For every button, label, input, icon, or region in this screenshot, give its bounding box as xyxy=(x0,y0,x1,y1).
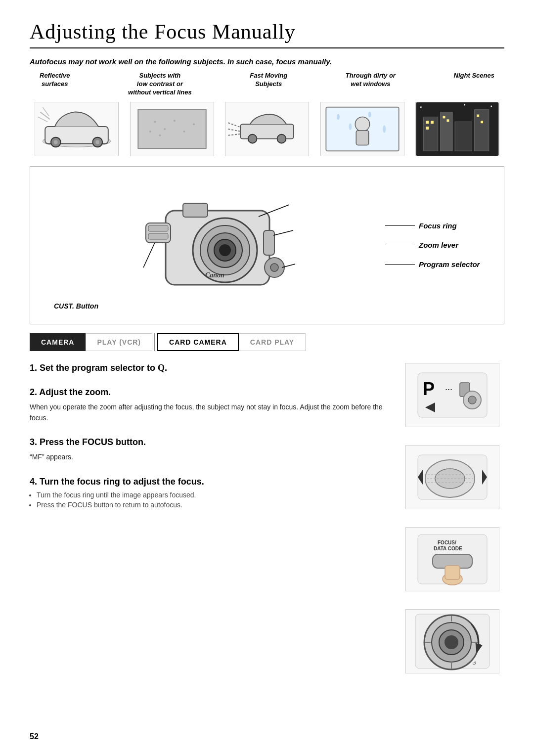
steps-left: 1. Set the program selector to Q. 2. Adj… xyxy=(30,363,391,681)
page-title: Adjusting the Focus Manually xyxy=(30,20,504,44)
step-2-image xyxy=(405,445,499,509)
step-3-svg: FOCUS/ DATA CODE xyxy=(413,532,492,586)
mode-buttons-row: CAMERA PLAY (VCR) CARD CAMERA CARD PLAY xyxy=(30,333,504,351)
illustration-night xyxy=(415,102,499,156)
night-svg xyxy=(416,102,499,156)
svg-point-24 xyxy=(336,114,339,120)
svg-text:Canon: Canon xyxy=(205,271,224,279)
step-1-svg: P ... xyxy=(413,368,492,422)
svg-point-89 xyxy=(445,635,458,649)
svg-point-27 xyxy=(383,125,386,133)
svg-rect-9 xyxy=(138,109,206,148)
svg-text:DATA CODE: DATA CODE xyxy=(434,546,462,551)
svg-point-26 xyxy=(368,111,371,117)
step-2-svg xyxy=(413,450,492,504)
camera-mode-button[interactable]: CAMERA xyxy=(30,333,86,351)
svg-point-16 xyxy=(149,131,151,133)
card-camera-mode-button[interactable]: CARD CAMERA xyxy=(157,333,239,351)
step-4-sub-1: Turn the focus ring until the image appe… xyxy=(37,491,391,499)
illustration-fast-car xyxy=(225,102,309,156)
svg-rect-84 xyxy=(445,566,460,579)
svg-rect-40 xyxy=(446,119,449,122)
svg-point-14 xyxy=(159,134,161,136)
autofocus-warning: Autofocus may not work well on the follo… xyxy=(30,57,504,66)
fast-car-svg xyxy=(225,102,309,156)
subject-label-fast: Fast MovingSubjects xyxy=(250,72,287,97)
step-3-image: FOCUS/ DATA CODE xyxy=(405,527,499,591)
subjects-labels-row: Reflectivesurfaces Subjects withlow cont… xyxy=(30,72,504,97)
program-selector-text: Program selector xyxy=(419,260,480,268)
camera-diagram-inner: CUST. Button Canon xyxy=(40,181,494,310)
illustration-car xyxy=(35,102,119,156)
svg-rect-37 xyxy=(431,121,434,124)
car-svg xyxy=(35,102,118,156)
subject-label-reflective: Reflectivesurfaces xyxy=(40,72,70,97)
step-4-title: 4. Turn the focus ring to adjust the foc… xyxy=(30,477,391,487)
step-4-sub-list: Turn the focus ring until the image appe… xyxy=(30,491,391,509)
svg-text:↺: ↺ xyxy=(472,661,476,666)
svg-rect-59 xyxy=(148,233,168,239)
svg-point-70 xyxy=(468,396,476,404)
svg-point-10 xyxy=(154,121,156,123)
svg-rect-39 xyxy=(443,116,445,118)
step-2-desc: When you operate the zoom after adjustin… xyxy=(30,401,391,424)
step-4: 4. Turn the focus ring to adjust the foc… xyxy=(30,477,391,509)
camera-main-svg: Canon xyxy=(106,181,319,310)
svg-point-4 xyxy=(54,140,58,144)
play-vcr-mode-button[interactable]: PLAY (VCR) xyxy=(86,333,152,351)
subject-label-low-contrast: Subjects withlow contrast orwithout vert… xyxy=(128,72,192,97)
svg-point-55 xyxy=(270,264,278,271)
svg-point-29 xyxy=(355,117,369,131)
step-2: 2. Adjust the zoom. When you operate the… xyxy=(30,387,391,424)
subject-label-night: Night Scenes xyxy=(454,72,494,97)
zoom-lever-text: Zoom lever xyxy=(419,241,458,249)
step-4-sub-2: Press the FOCUS button to return to auto… xyxy=(37,501,391,509)
svg-point-13 xyxy=(183,131,185,133)
card-play-mode-button[interactable]: CARD PLAY xyxy=(239,333,306,351)
mode-separator xyxy=(154,333,155,351)
step-3-desc: “MF” appears. xyxy=(30,451,391,462)
svg-line-22 xyxy=(228,133,241,135)
illustration-window xyxy=(320,102,404,156)
svg-line-7 xyxy=(38,117,47,122)
svg-point-18 xyxy=(248,134,257,143)
svg-point-45 xyxy=(464,104,465,105)
page-number: 52 xyxy=(30,732,39,741)
window-svg xyxy=(321,102,404,156)
svg-point-25 xyxy=(349,123,352,130)
step-3-title: 3. Press the FOCUS button. xyxy=(30,437,391,447)
svg-text:FOCUS/: FOCUS/ xyxy=(438,540,456,545)
svg-text:P: P xyxy=(423,379,435,399)
step-3: 3. Press the FOCUS button. “MF” appears. xyxy=(30,437,391,462)
step-2-title: 2. Adjust the zoom. xyxy=(30,387,391,398)
svg-rect-38 xyxy=(426,127,429,130)
svg-rect-42 xyxy=(481,121,483,123)
step-1-image: P ... xyxy=(405,363,499,427)
svg-rect-58 xyxy=(148,225,168,231)
svg-point-19 xyxy=(277,134,286,143)
svg-text:...: ... xyxy=(445,382,452,392)
svg-rect-36 xyxy=(426,121,429,124)
zoom-lever-label: Zoom lever xyxy=(385,241,489,249)
svg-line-61 xyxy=(273,230,293,235)
steps-right: P ... xyxy=(405,363,504,681)
step-4-image: ↺ xyxy=(405,609,499,673)
step-1: 1. Set the program selector to Q. xyxy=(30,363,391,373)
svg-line-63 xyxy=(143,243,155,267)
camera-illustration-area: Canon xyxy=(40,181,385,310)
svg-point-44 xyxy=(490,105,492,107)
camera-diagram-box: CUST. Button Canon xyxy=(30,166,504,324)
steps-container: 1. Set the program selector to Q. 2. Adj… xyxy=(30,363,504,681)
svg-rect-52 xyxy=(183,203,208,217)
illustration-gray-rect xyxy=(130,102,214,156)
svg-point-15 xyxy=(193,123,195,125)
svg-point-51 xyxy=(219,244,231,256)
svg-rect-33 xyxy=(441,112,453,151)
gray-rect-svg xyxy=(131,102,214,156)
svg-point-43 xyxy=(420,106,422,108)
svg-rect-30 xyxy=(356,131,369,145)
focus-ring-text: Focus ring xyxy=(419,222,457,230)
step-4-svg: ↺ xyxy=(413,612,492,671)
cus-button-label: CUST. Button xyxy=(54,302,98,310)
title-divider xyxy=(30,47,504,48)
